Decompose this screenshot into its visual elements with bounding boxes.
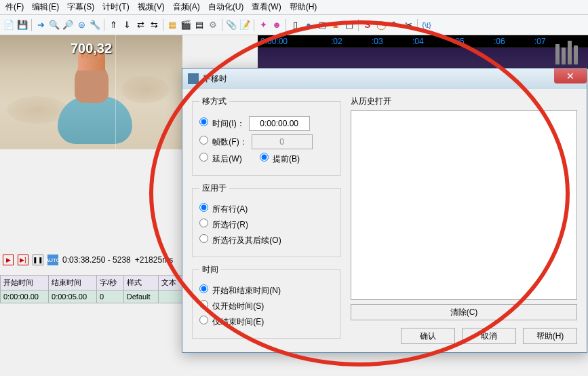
swap2-icon[interactable]: ⇆ — [148, 19, 160, 31]
timeline-ruler: 0:00:00 :02 :03 :04 :05 :06 :07 — [258, 35, 588, 48]
gear-icon[interactable]: ⚙ — [207, 19, 219, 31]
s-icon[interactable]: S — [361, 19, 374, 31]
tools-icon[interactable]: ✂ — [402, 19, 414, 31]
pencil-icon[interactable]: ✎ — [389, 19, 401, 31]
arrow-icon[interactable]: ➜ — [35, 19, 47, 31]
separator — [222, 19, 222, 31]
radio-end-only[interactable]: 仅结束时间(E) — [199, 316, 264, 328]
radio-selected-onward[interactable]: 所选行及其后续(O) — [199, 234, 281, 246]
pause-icon[interactable]: ❚❚ — [33, 255, 43, 265]
audio-timeline[interactable]: 0:00:00 :02 :03 :04 :05 :06 :07 — [258, 35, 588, 69]
time-group: 时间 开始和结束时间(N) 仅开始时间(S) 仅结束时间(E) — [192, 264, 341, 339]
shift-up-icon[interactable]: ⇑ — [107, 19, 119, 31]
video-timestamp-overlay: 700,32 — [71, 41, 112, 56]
globe-icon[interactable]: ⊜ — [75, 19, 87, 31]
offset-ms: +21825ms — [135, 255, 173, 265]
playback-status: ▶ ▶] ❚❚ AUTO 0:03:38.250 - 5238 +21825ms — [3, 255, 173, 265]
menu-bar: 件(F) 编辑(E) 字幕(S) 计时(T) 视频(V) 音频(A) 自动化(U… — [0, 0, 588, 15]
radio-selected-rows[interactable]: 所选行(R) — [199, 219, 248, 231]
separator — [31, 19, 32, 31]
separator — [286, 19, 286, 31]
radio-time[interactable]: 时间(I)： — [199, 117, 245, 130]
separator — [417, 19, 418, 31]
menu-automation[interactable]: 自动化(U) — [204, 0, 248, 14]
note-icon[interactable]: 📝 — [239, 19, 251, 31]
current-time: 0:03:38.250 - 5238 — [62, 255, 131, 265]
menu-view[interactable]: 查看(W) — [248, 0, 285, 14]
radio-all-rows[interactable]: 所有行(A) — [199, 203, 248, 215]
separator — [163, 19, 163, 31]
ok-button[interactable]: 确认 — [401, 328, 455, 344]
dialog-titlebar[interactable]: 平移时 ✕ — [182, 69, 587, 89]
separator — [358, 19, 359, 31]
history-listbox[interactable] — [351, 110, 577, 300]
apply-to-group: 应用于 所有行(A) 所选行(R) 所选行及其后续(O) — [192, 183, 341, 257]
separator — [254, 19, 254, 31]
dot-icon[interactable]: ● — [302, 19, 315, 31]
film-icon[interactable]: 🎬 — [180, 19, 192, 31]
square2-icon[interactable]: ▢ — [343, 19, 355, 31]
table-row[interactable]: 0:00:00.00 0:00:05.00 0 Default — [1, 290, 183, 303]
col-text[interactable]: 文本 — [158, 276, 182, 290]
dialog-icon — [188, 73, 199, 84]
history-label: 从历史打开 — [351, 96, 577, 107]
zoom-in-icon[interactable]: 🔍 — [48, 19, 60, 31]
circle-icon[interactable]: ◯ — [375, 19, 387, 31]
col-start[interactable]: 开始时间 — [1, 276, 49, 290]
shift-method-group: 移方式 时间(I)： 帧数(F)： 延后(W) 提前(B) — [192, 96, 341, 176]
frames-input — [252, 134, 313, 149]
avatar-icon[interactable]: ☻ — [271, 19, 283, 31]
level-meter — [555, 37, 583, 64]
clip-icon[interactable]: 📎 — [225, 19, 237, 31]
radio-delay[interactable]: 延后(W) — [199, 153, 242, 165]
timeline-track[interactable] — [258, 48, 588, 69]
menu-edit[interactable]: 编辑(E) — [28, 0, 63, 14]
menu-video[interactable]: 视频(V) — [134, 0, 169, 14]
auto-icon[interactable]: AUTO — [47, 255, 58, 265]
radio-advance[interactable]: 提前(B) — [260, 153, 300, 165]
zoom-out-icon[interactable]: 🔎 — [62, 19, 74, 31]
tag-icon[interactable]: {\t} — [420, 19, 433, 31]
col-cps[interactable]: 字/秒 — [97, 276, 124, 290]
cancel-button[interactable]: 取消 — [462, 328, 516, 344]
triangle-icon[interactable]: ▲ — [330, 19, 342, 31]
play-range-icon[interactable]: ▶] — [18, 255, 28, 265]
help-button[interactable]: 帮助(H) — [523, 328, 577, 344]
subtitle-grid[interactable]: 开始时间 结束时间 字/秒 样式 文本 0:00:00.00 0:00:05.0… — [0, 275, 183, 303]
time-input[interactable] — [249, 116, 310, 131]
new-icon[interactable]: 📄 — [3, 19, 15, 31]
close-button[interactable]: ✕ — [554, 69, 587, 83]
menu-audio[interactable]: 音频(A) — [169, 0, 204, 14]
menu-help[interactable]: 帮助(H) — [286, 0, 321, 14]
radio-start-only[interactable]: 仅开始时间(S) — [199, 300, 264, 312]
menu-file[interactable]: 件(F) — [1, 0, 28, 14]
radio-both-times[interactable]: 开始和结束时间(N) — [199, 284, 281, 297]
list-icon[interactable]: ▤ — [193, 19, 205, 31]
swap1-icon[interactable]: ⇄ — [134, 19, 146, 31]
wrench-icon[interactable]: 🔧 — [89, 19, 101, 31]
toolbar: 📄 💾 ➜ 🔍 🔎 ⊜ 🔧 ⇑ ⇓ ⇄ ⇆ ▦ 🎬 ▤ ⚙ 📎 📝 ✦ ☻ ▯ … — [0, 15, 588, 35]
col-end[interactable]: 结束时间 — [49, 276, 97, 290]
square-icon[interactable]: ▢ — [316, 19, 328, 31]
radio-frames[interactable]: 帧数(F)： — [199, 136, 248, 148]
menu-timing[interactable]: 计时(T) — [98, 0, 133, 14]
separator — [104, 19, 104, 31]
ruler-icon[interactable]: ✦ — [257, 19, 269, 31]
dialog-title: 平移时 — [203, 73, 227, 85]
play-icon[interactable]: ▶ — [3, 255, 14, 265]
col-style[interactable]: 样式 — [123, 276, 158, 290]
grid-icon[interactable]: ▦ — [166, 19, 178, 31]
clear-button[interactable]: 清除(C) — [351, 304, 577, 320]
video-preview[interactable]: 700,32 — [0, 35, 182, 149]
doc-icon[interactable]: ▯ — [289, 19, 301, 31]
shift-down-icon[interactable]: ⇓ — [121, 19, 133, 31]
shift-times-dialog: 平移时 ✕ 移方式 时间(I)： 帧数(F)： 延后(W) 提前(B) — [182, 68, 587, 353]
save-icon[interactable]: 💾 — [16, 19, 28, 31]
menu-subtitle[interactable]: 字幕(S) — [63, 0, 98, 14]
